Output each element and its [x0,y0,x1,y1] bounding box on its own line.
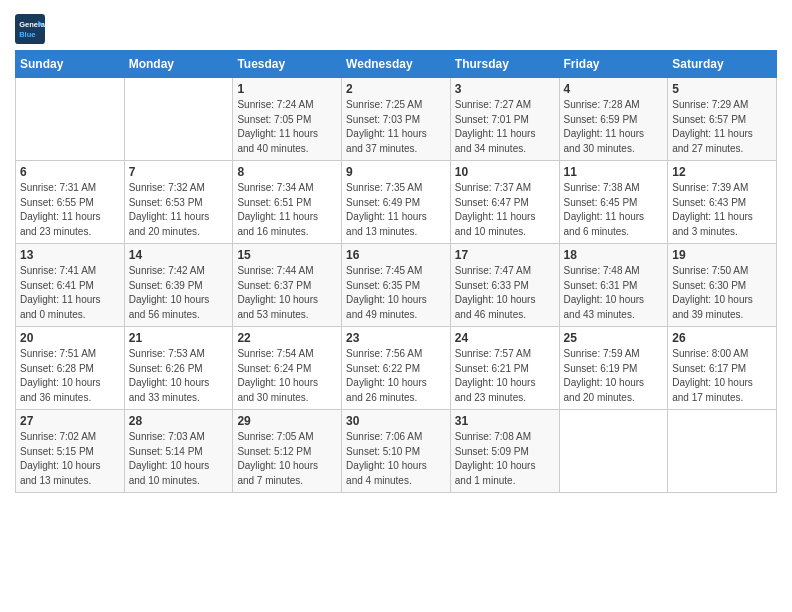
calendar-cell: 14Sunrise: 7:42 AM Sunset: 6:39 PM Dayli… [124,244,233,327]
calendar-cell: 12Sunrise: 7:39 AM Sunset: 6:43 PM Dayli… [668,161,777,244]
calendar-cell: 26Sunrise: 8:00 AM Sunset: 6:17 PM Dayli… [668,327,777,410]
day-number: 1 [237,82,337,96]
calendar-cell: 29Sunrise: 7:05 AM Sunset: 5:12 PM Dayli… [233,410,342,493]
calendar-cell: 7Sunrise: 7:32 AM Sunset: 6:53 PM Daylig… [124,161,233,244]
calendar-week-row: 27Sunrise: 7:02 AM Sunset: 5:15 PM Dayli… [16,410,777,493]
calendar-cell: 30Sunrise: 7:06 AM Sunset: 5:10 PM Dayli… [342,410,451,493]
day-number: 22 [237,331,337,345]
day-header-saturday: Saturday [668,51,777,78]
day-info: Sunrise: 7:32 AM Sunset: 6:53 PM Dayligh… [129,181,229,239]
day-number: 30 [346,414,446,428]
day-number: 19 [672,248,772,262]
calendar-cell: 21Sunrise: 7:53 AM Sunset: 6:26 PM Dayli… [124,327,233,410]
day-number: 16 [346,248,446,262]
calendar-cell: 25Sunrise: 7:59 AM Sunset: 6:19 PM Dayli… [559,327,668,410]
calendar-cell: 19Sunrise: 7:50 AM Sunset: 6:30 PM Dayli… [668,244,777,327]
calendar-cell: 1Sunrise: 7:24 AM Sunset: 7:05 PM Daylig… [233,78,342,161]
day-header-tuesday: Tuesday [233,51,342,78]
day-number: 29 [237,414,337,428]
day-number: 6 [20,165,120,179]
calendar-cell: 6Sunrise: 7:31 AM Sunset: 6:55 PM Daylig… [16,161,125,244]
day-info: Sunrise: 7:59 AM Sunset: 6:19 PM Dayligh… [564,347,664,405]
day-number: 31 [455,414,555,428]
day-number: 5 [672,82,772,96]
calendar-cell: 5Sunrise: 7:29 AM Sunset: 6:57 PM Daylig… [668,78,777,161]
calendar-cell: 8Sunrise: 7:34 AM Sunset: 6:51 PM Daylig… [233,161,342,244]
day-number: 12 [672,165,772,179]
calendar-cell: 28Sunrise: 7:03 AM Sunset: 5:14 PM Dayli… [124,410,233,493]
day-number: 3 [455,82,555,96]
day-number: 20 [20,331,120,345]
day-info: Sunrise: 7:47 AM Sunset: 6:33 PM Dayligh… [455,264,555,322]
day-info: Sunrise: 7:31 AM Sunset: 6:55 PM Dayligh… [20,181,120,239]
calendar-cell: 20Sunrise: 7:51 AM Sunset: 6:28 PM Dayli… [16,327,125,410]
day-info: Sunrise: 7:45 AM Sunset: 6:35 PM Dayligh… [346,264,446,322]
day-number: 28 [129,414,229,428]
day-info: Sunrise: 7:51 AM Sunset: 6:28 PM Dayligh… [20,347,120,405]
calendar-cell: 18Sunrise: 7:48 AM Sunset: 6:31 PM Dayli… [559,244,668,327]
day-info: Sunrise: 7:53 AM Sunset: 6:26 PM Dayligh… [129,347,229,405]
day-number: 17 [455,248,555,262]
page-header: General Blue [15,10,777,44]
calendar-cell: 17Sunrise: 7:47 AM Sunset: 6:33 PM Dayli… [450,244,559,327]
calendar-cell [124,78,233,161]
calendar-cell: 9Sunrise: 7:35 AM Sunset: 6:49 PM Daylig… [342,161,451,244]
day-number: 11 [564,165,664,179]
day-number: 9 [346,165,446,179]
day-info: Sunrise: 7:56 AM Sunset: 6:22 PM Dayligh… [346,347,446,405]
logo-icon: General Blue [15,14,45,44]
day-info: Sunrise: 7:06 AM Sunset: 5:10 PM Dayligh… [346,430,446,488]
day-number: 15 [237,248,337,262]
day-info: Sunrise: 7:48 AM Sunset: 6:31 PM Dayligh… [564,264,664,322]
calendar-cell: 10Sunrise: 7:37 AM Sunset: 6:47 PM Dayli… [450,161,559,244]
day-number: 25 [564,331,664,345]
day-info: Sunrise: 7:05 AM Sunset: 5:12 PM Dayligh… [237,430,337,488]
day-info: Sunrise: 7:57 AM Sunset: 6:21 PM Dayligh… [455,347,555,405]
calendar-cell [668,410,777,493]
day-number: 21 [129,331,229,345]
day-info: Sunrise: 7:02 AM Sunset: 5:15 PM Dayligh… [20,430,120,488]
day-info: Sunrise: 7:25 AM Sunset: 7:03 PM Dayligh… [346,98,446,156]
day-info: Sunrise: 7:35 AM Sunset: 6:49 PM Dayligh… [346,181,446,239]
day-info: Sunrise: 7:08 AM Sunset: 5:09 PM Dayligh… [455,430,555,488]
day-info: Sunrise: 7:37 AM Sunset: 6:47 PM Dayligh… [455,181,555,239]
day-info: Sunrise: 7:24 AM Sunset: 7:05 PM Dayligh… [237,98,337,156]
day-number: 13 [20,248,120,262]
day-info: Sunrise: 7:39 AM Sunset: 6:43 PM Dayligh… [672,181,772,239]
calendar-header-row: SundayMondayTuesdayWednesdayThursdayFrid… [16,51,777,78]
day-info: Sunrise: 7:28 AM Sunset: 6:59 PM Dayligh… [564,98,664,156]
day-header-monday: Monday [124,51,233,78]
calendar-week-row: 6Sunrise: 7:31 AM Sunset: 6:55 PM Daylig… [16,161,777,244]
calendar-cell: 13Sunrise: 7:41 AM Sunset: 6:41 PM Dayli… [16,244,125,327]
day-number: 27 [20,414,120,428]
day-info: Sunrise: 7:50 AM Sunset: 6:30 PM Dayligh… [672,264,772,322]
calendar-table: SundayMondayTuesdayWednesdayThursdayFrid… [15,50,777,493]
day-header-thursday: Thursday [450,51,559,78]
day-header-friday: Friday [559,51,668,78]
day-info: Sunrise: 8:00 AM Sunset: 6:17 PM Dayligh… [672,347,772,405]
day-number: 10 [455,165,555,179]
day-info: Sunrise: 7:41 AM Sunset: 6:41 PM Dayligh… [20,264,120,322]
calendar-cell: 16Sunrise: 7:45 AM Sunset: 6:35 PM Dayli… [342,244,451,327]
calendar-cell: 27Sunrise: 7:02 AM Sunset: 5:15 PM Dayli… [16,410,125,493]
day-info: Sunrise: 7:42 AM Sunset: 6:39 PM Dayligh… [129,264,229,322]
calendar-week-row: 1Sunrise: 7:24 AM Sunset: 7:05 PM Daylig… [16,78,777,161]
logo: General Blue [15,14,47,44]
day-header-sunday: Sunday [16,51,125,78]
calendar-cell: 15Sunrise: 7:44 AM Sunset: 6:37 PM Dayli… [233,244,342,327]
calendar-cell [16,78,125,161]
day-number: 7 [129,165,229,179]
day-info: Sunrise: 7:54 AM Sunset: 6:24 PM Dayligh… [237,347,337,405]
calendar-cell: 22Sunrise: 7:54 AM Sunset: 6:24 PM Dayli… [233,327,342,410]
calendar-cell: 11Sunrise: 7:38 AM Sunset: 6:45 PM Dayli… [559,161,668,244]
svg-text:Blue: Blue [19,30,35,39]
calendar-week-row: 20Sunrise: 7:51 AM Sunset: 6:28 PM Dayli… [16,327,777,410]
calendar-cell: 4Sunrise: 7:28 AM Sunset: 6:59 PM Daylig… [559,78,668,161]
day-number: 24 [455,331,555,345]
calendar-cell: 23Sunrise: 7:56 AM Sunset: 6:22 PM Dayli… [342,327,451,410]
day-number: 8 [237,165,337,179]
day-number: 4 [564,82,664,96]
day-header-wednesday: Wednesday [342,51,451,78]
calendar-cell: 24Sunrise: 7:57 AM Sunset: 6:21 PM Dayli… [450,327,559,410]
day-number: 2 [346,82,446,96]
